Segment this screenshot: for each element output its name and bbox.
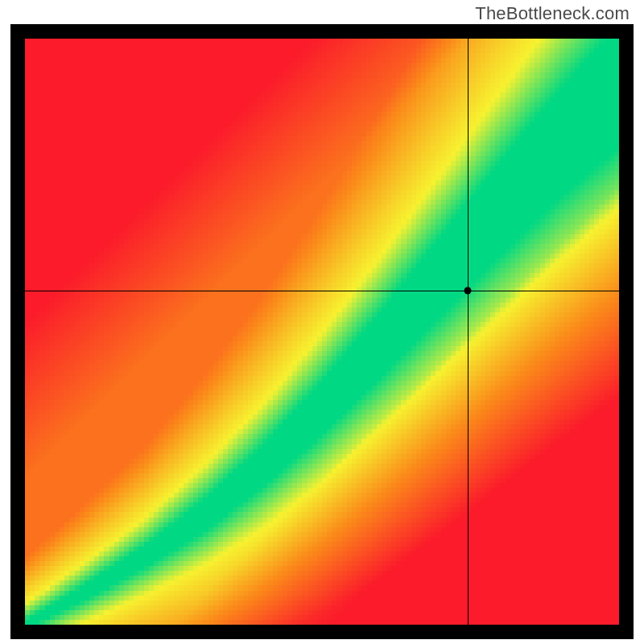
plot-area xyxy=(25,39,619,625)
marker-point xyxy=(464,287,471,295)
plot-frame xyxy=(10,24,634,639)
crosshair-horizontal xyxy=(25,291,619,291)
chart-container: TheBottleneck.com xyxy=(0,0,644,644)
crosshair-vertical xyxy=(468,39,469,625)
heatmap-canvas xyxy=(25,39,619,625)
watermark-text: TheBottleneck.com xyxy=(475,3,630,24)
